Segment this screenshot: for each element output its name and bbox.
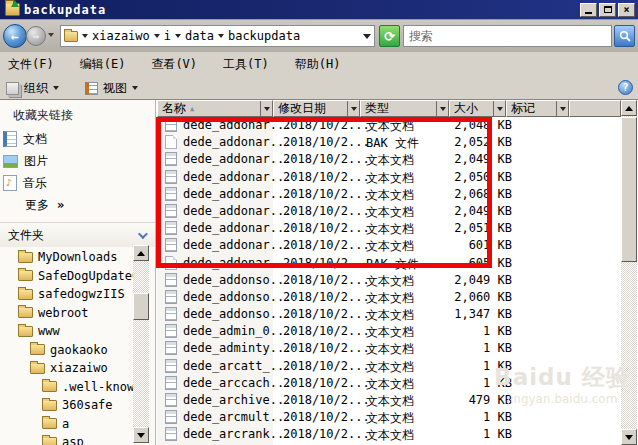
search-input[interactable] [403, 25, 612, 47]
file-rows: dede_addonar... 2018/10/2... 文本文档 2,048 … [157, 117, 621, 445]
tree-item[interactable]: 360safe [0, 396, 133, 415]
column-header[interactable]: 标记 [506, 100, 569, 117]
file-row[interactable]: dede_admin_0... 2018/10/2... 文本文档 1 KB [157, 323, 621, 340]
favorite-link[interactable]: 图片 [0, 150, 155, 172]
breadcrumb-separator-icon [175, 34, 181, 38]
address-bar[interactable]: xiazaiwoidatabackupdata [60, 25, 375, 47]
folder-icon [18, 326, 33, 337]
breadcrumb-segment[interactable]: data [185, 29, 214, 43]
file-row[interactable]: dede_archive... 2018/10/2... 文本文档 479 KB [157, 392, 621, 409]
file-type: 文本文档 [366, 170, 414, 187]
column-filter-dropdown[interactable] [493, 101, 505, 116]
column-header[interactable]: 名称 ▲ [157, 100, 273, 117]
tree-scrollbar[interactable] [133, 245, 149, 443]
close-button[interactable]: × [618, 3, 635, 17]
tree-scroll-track[interactable] [133, 261, 149, 427]
column-filter-dropdown[interactable] [347, 101, 359, 116]
column-header-blank[interactable] [569, 100, 621, 117]
folders-band[interactable]: 文件夹 [0, 223, 155, 247]
tree-item[interactable]: .well-known [0, 378, 133, 397]
file-type: 文本文档 [366, 307, 414, 324]
recent-pages-dropdown-icon[interactable] [48, 33, 54, 37]
file-date: 2018/10/2... [283, 410, 370, 424]
breadcrumb-segment[interactable]: xiazaiwo [92, 29, 150, 43]
search-button[interactable] [614, 25, 635, 47]
file-row[interactable]: dede_addonar... 2018/10/2... 文本文档 2,068 … [157, 186, 621, 203]
file-row[interactable]: dede_arcmult... 2018/10/2... 文本文档 1 KB [157, 409, 621, 426]
magnifier-icon [619, 30, 631, 42]
file-row[interactable]: dede_addonar... 2018/10/2... 文本文档 2,051 … [157, 220, 621, 237]
tree-item[interactable]: asp [0, 433, 133, 445]
menu-item[interactable]: 文件(F) [8, 56, 54, 73]
tree-item[interactable]: SafeDogUpdateCen [0, 267, 133, 286]
file-type: 文本文档 [366, 238, 414, 255]
tree-item[interactable]: gaokaoko [0, 341, 133, 360]
file-type: 文本文档 [366, 221, 414, 238]
file-row[interactable]: dede_addonar... 2018/10/2... BAK 文件 605 … [157, 255, 621, 272]
file-row[interactable]: dede_addonso... 2018/10/2... 文本文档 2,049 … [157, 272, 621, 289]
tree-item[interactable]: a [0, 415, 133, 434]
file-row[interactable]: dede_addonar... 2018/10/2... 文本文档 2,049 … [157, 151, 621, 168]
file-type: 文本文档 [366, 324, 414, 341]
arrow-down-icon [137, 433, 145, 438]
tree-item[interactable]: xiazaiwo [0, 359, 133, 378]
views-icon [85, 82, 98, 95]
help-button[interactable]: ? [618, 80, 633, 95]
column-header[interactable]: 修改日期 [273, 100, 360, 117]
text-file-icon [165, 187, 177, 201]
forward-button[interactable]: → [26, 26, 46, 46]
maximize-button[interactable] [599, 3, 616, 17]
column-filter-dropdown[interactable] [556, 101, 568, 116]
tree-item[interactable]: webroot [0, 304, 133, 323]
menu-item[interactable]: 编辑(E) [80, 56, 126, 73]
file-type: 文本文档 [366, 290, 414, 307]
menu-item[interactable]: 查看(V) [151, 56, 197, 73]
file-row[interactable]: dede_arccach... 2018/10/2... 文本文档 1 KB [157, 375, 621, 392]
list-scrollbar[interactable] [621, 100, 637, 445]
organize-button[interactable]: 组织 [0, 78, 65, 99]
column-header[interactable]: 大小 [449, 100, 506, 117]
favorite-link[interactable]: 文档 [0, 128, 155, 150]
file-row[interactable]: dede_addonar... 2018/10/2... 文本文档 2,048 … [157, 117, 621, 134]
menu-item[interactable]: 工具(T) [223, 56, 269, 73]
file-row[interactable]: dede_arcatt_... 2018/10/2... 文本文档 1 KB [157, 358, 621, 375]
text-file-icon [165, 307, 177, 321]
favorite-link[interactable]: 音乐 [0, 172, 155, 194]
file-name: dede_addonar... [183, 152, 291, 166]
file-row[interactable]: dede_addonar... 2018/10/2... BAK 文件 2,05… [157, 134, 621, 151]
views-button[interactable]: 视图 [79, 78, 144, 99]
address-dropdown-icon[interactable] [363, 34, 371, 39]
minimize-button[interactable] [580, 3, 597, 17]
file-row[interactable]: dede_addonar... 2018/10/2... 文本文档 601 KB [157, 237, 621, 254]
breadcrumb-segment[interactable]: backupdata [228, 29, 300, 43]
file-row[interactable]: dede_arcrank... 2018/10/2... 文本文档 1 KB [157, 426, 621, 443]
file-date: 2018/10/2... [283, 273, 370, 287]
column-header[interactable]: 类型 [360, 100, 449, 117]
breadcrumb-segment[interactable]: i [164, 29, 171, 43]
tree-scroll-thumb[interactable] [133, 293, 149, 320]
file-row[interactable]: dede_adminty... 2018/10/2... 文本文档 1 KB [157, 340, 621, 357]
tree-scroll-up-button[interactable] [133, 245, 149, 261]
refresh-button[interactable]: ⟳ [379, 25, 400, 47]
file-name: dede_arcrank... [183, 427, 291, 441]
file-row[interactable]: dede_addonar... 2018/10/2... 文本文档 2,050 … [157, 169, 621, 186]
tree-item[interactable]: MyDownloads [0, 248, 133, 267]
list-scroll-thumb[interactable] [621, 117, 637, 262]
file-row[interactable]: dede_addonso... 2018/10/2... 文本文档 1,347 … [157, 306, 621, 323]
file-type: 文本文档 [366, 152, 414, 169]
tree-item[interactable]: www [0, 322, 133, 341]
file-row[interactable]: dede_addonso... 2018/10/2... 文本文档 2,060 … [157, 289, 621, 306]
file-row[interactable]: dede_addonar... 2018/10/2... 文本文档 2,049 … [157, 203, 621, 220]
file-name: dede_addonar... [183, 187, 291, 201]
menu-item[interactable]: 帮助(H) [295, 56, 341, 73]
tree-scroll-down-button[interactable] [133, 427, 149, 443]
column-filter-dropdown[interactable] [260, 101, 272, 116]
column-filter-dropdown[interactable] [436, 101, 448, 116]
back-button[interactable]: ← [3, 24, 27, 48]
file-name: dede_addonso... [183, 273, 291, 287]
file-name: dede_addonar... [183, 256, 291, 270]
list-scroll-up-button[interactable] [621, 100, 637, 116]
list-scroll-down-button[interactable] [621, 429, 637, 445]
tree-item[interactable]: safedogwzIIS [0, 285, 133, 304]
favorites-more[interactable]: 更多 » [0, 194, 155, 216]
